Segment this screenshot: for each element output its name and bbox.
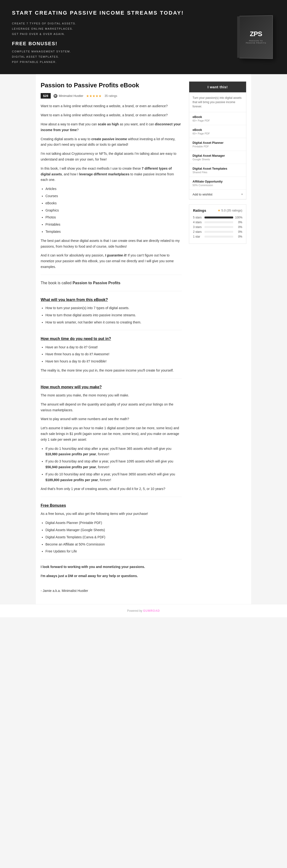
money-point-3: If you do 10 hours/day and stop after a … — [45, 471, 182, 483]
item-type-ebook1: 60+ Page PDF — [193, 119, 243, 122]
bonus-templates: Digital Assets Templates (Canva & PDF) — [45, 534, 182, 540]
rating-bar-bg-4 — [204, 221, 233, 223]
rating-bar-fill-5 — [204, 217, 233, 218]
chevron-down-icon: ▾ — [241, 193, 243, 196]
hero-bonus-list: COMPLETE MANAGEMENT SYSTEM. DIGITAL ASSE… — [12, 49, 237, 65]
hero-image: ZPS PASSION TOPASSIVE PROFITS — [237, 16, 275, 59]
hero-bonus-3: PDF PRINTABLE PLANNER. — [12, 59, 237, 65]
asset-templates: Templates — [45, 229, 182, 235]
hero-bonus-title: FREE BONUSES! — [12, 41, 237, 46]
scale-bold: scale as high — [98, 122, 119, 126]
rating-bar-bg-5 — [204, 217, 233, 218]
content-right: I want this! Turn your passion(s) into d… — [189, 81, 246, 597]
hero-point-3: GET PAID OVER & OVER AGAIN. — [12, 31, 237, 37]
leverage-bold: leverage different marketplaces — [79, 172, 129, 176]
book-name-bold: Passion to Passive Profits — [72, 281, 120, 285]
product-item-templates: Digital Asset Templates Shared Files — [189, 164, 246, 177]
time-2: Have three hours a day to do it? Awesome… — [45, 351, 182, 357]
bonus-manager: Digital Assets Manager (Google Sheets) — [45, 527, 182, 533]
item-name-ebook1: eBook — [193, 115, 243, 119]
section2-heading: How much time do you need to put in? — [41, 335, 182, 342]
item-name-ebook2: eBook — [193, 128, 243, 132]
time-1: Have an hour a day to do it? Great! — [45, 344, 182, 350]
item-name-affiliate: Affiliate Opportunity — [193, 180, 243, 183]
book-name-para: The book is called Passion to Passive Pr… — [41, 280, 182, 286]
learn-3: How to work smarter, not harder when it … — [45, 320, 182, 326]
hero-text: START CREATING PASSIVE INCOME STREAMS TO… — [12, 9, 237, 65]
rating-bar-bg-1 — [204, 236, 233, 238]
sign-off-1: I look forward to working with you and m… — [41, 564, 182, 570]
closing-1: The best part about these digital assets… — [41, 238, 182, 250]
product-meta: $28 M Minimalist Hustler ★★★★★ 35 rating… — [41, 93, 182, 99]
hero-banner: START CREATING PASSIVE INCOME STREAMS TO… — [0, 0, 287, 74]
ratings-score: ★ 5.0 (35 ratings) — [218, 209, 242, 212]
star-icon: ★ — [218, 209, 221, 212]
item-type-affiliate: 50% Commission — [193, 184, 243, 187]
asset-types-list: Articles Courses eBooks Graphics Photos … — [45, 186, 182, 235]
rating-row-3: 3 stars 0% — [193, 225, 242, 229]
rating-pct-1: 0% — [235, 235, 242, 238]
asset-printables: Printables — [45, 222, 182, 227]
item-name-templates: Digital Asset Templates — [193, 167, 243, 170]
money-3: Want to play around with some numbers an… — [41, 416, 182, 422]
bonus-intro: As a free bonus, you will also get the f… — [41, 511, 182, 517]
seller-avatar: M — [54, 94, 57, 98]
book-spine — [237, 16, 240, 58]
intro-2: Want to earn a living online without nee… — [41, 113, 182, 118]
bonus-list: Digital Assets Planner (Printable PDF) D… — [45, 520, 182, 554]
asset-photos: Photos — [45, 215, 182, 220]
buy-description: Turn your passion(s) into digital assets… — [189, 92, 246, 112]
main-container: Passion to Passive Profits eBook $28 M M… — [36, 74, 251, 604]
gumroad-logo: GUMROAD — [143, 609, 160, 613]
asset-graphics: Graphics — [45, 208, 182, 213]
ratings-title: Ratings — [193, 208, 206, 213]
product-item-affiliate: Affiliate Opportunity 50% Commission — [189, 177, 246, 190]
hero-title: START CREATING PASSIVE INCOME STREAMS TO… — [12, 9, 237, 17]
rating-label-5: 5 stars — [193, 216, 202, 219]
rating-label-2: 2 stars — [193, 230, 202, 234]
rating-bar-bg-2 — [204, 231, 233, 233]
learn-1: How to turn your passion(s) into 7 types… — [45, 305, 182, 311]
bonus-updates: Free Updates for Life — [45, 549, 182, 554]
wishlist-label: Add to wishlist — [193, 193, 212, 196]
asset-articles: Articles — [45, 186, 182, 192]
intro-6: In this book, I will show you the exact … — [41, 166, 182, 183]
learn-2: How to turn those digital assets into pa… — [45, 312, 182, 318]
wishlist-button[interactable]: Add to wishlist ▾ — [189, 190, 246, 199]
rating-row-5: 5 stars 100% — [193, 216, 242, 219]
product-item-planner: Digital Asset Planner Printable PDF — [189, 138, 246, 151]
money-point-2: If you do 3 hours/day and stop after a y… — [45, 459, 182, 470]
rating-pct-2: 0% — [235, 230, 242, 234]
ratings-panel: Ratings ★ 5.0 (35 ratings) 5 stars 100% … — [189, 204, 246, 244]
rating-row-1: 1 star 0% — [193, 235, 242, 238]
passive-income-bold: create passive income — [91, 137, 127, 141]
book-subtitle: PASSION TOPASSIVE PROFITS — [246, 40, 266, 44]
money-2: The amount will depend on the quantity a… — [41, 402, 182, 413]
learn-list: How to turn your passion(s) into 7 types… — [45, 305, 182, 325]
rating-pct-5: 100% — [235, 216, 242, 219]
rating-row-4: 4 stars 0% — [193, 221, 242, 224]
sign-off-3: - Jamie a.k.a. Minimalist Hustler — [41, 588, 182, 594]
intro-3: How about a way to earn that you can sca… — [41, 122, 182, 133]
rating-label-3: 3 stars — [193, 225, 202, 229]
product-title: Passion to Passive Profits eBook — [41, 81, 182, 90]
money-closing: And that's from only 1 year of creating … — [41, 486, 182, 492]
sign-off-2: I'm always just a DM or email away for a… — [41, 573, 182, 579]
hero-points: CREATE 7 TYPES OF DIGITAL ASSETS. LEVERA… — [12, 21, 237, 37]
buy-panel: I want this! Turn your passion(s) into d… — [189, 81, 246, 199]
money-4: Let's assume it takes you an hour to mak… — [41, 425, 182, 442]
guarantee-bold: I guarantee it — [105, 253, 126, 257]
buy-button[interactable]: I want this! — [189, 82, 246, 92]
product-item-ebook2: eBook 60+ Page PDF — [189, 125, 246, 138]
asset-ebooks: eBooks — [45, 200, 182, 206]
section3-heading: How much money will you make? — [41, 384, 182, 390]
section1-heading: What will you learn from this eBook? — [41, 297, 182, 303]
item-type-planner: Printable PDF — [193, 145, 243, 148]
hero-bonus-2: DIGITAL ASSET TEMPLATES. — [12, 54, 237, 59]
product-item-manager: Digital Asset Manager Google Sheets — [189, 151, 246, 164]
item-name-planner: Digital Asset Planner — [193, 141, 243, 145]
asset-courses: Courses — [45, 193, 182, 199]
hero-point-2: LEVERAGE ONLINE MARKETPLACES. — [12, 26, 237, 31]
time-list: Have an hour a day to do it? Great! Have… — [45, 344, 182, 364]
seller-name[interactable]: Minimalist Hustler — [59, 94, 84, 98]
